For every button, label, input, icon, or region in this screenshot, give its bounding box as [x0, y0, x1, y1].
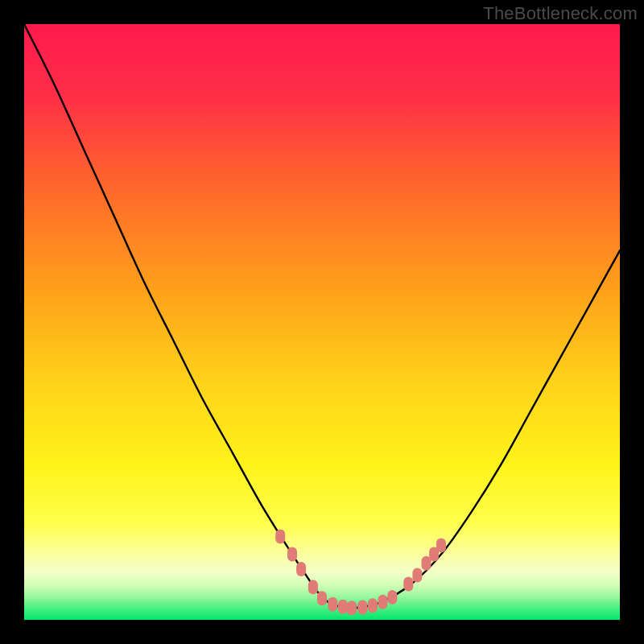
bottleneck-chart-svg — [24, 24, 620, 620]
gradient-background — [24, 24, 620, 620]
curve-marker — [308, 580, 318, 594]
watermark-text: TheBottleneck.com — [483, 3, 638, 24]
curve-marker — [387, 590, 397, 605]
curve-marker — [275, 529, 285, 543]
curve-marker — [317, 591, 327, 605]
curve-marker — [347, 601, 357, 615]
curve-marker — [287, 547, 297, 562]
curve-marker — [338, 600, 348, 614]
curve-marker — [412, 568, 422, 583]
curve-marker — [378, 595, 387, 609]
curve-marker — [328, 597, 337, 612]
curve-marker — [403, 577, 413, 592]
chart-frame: TheBottleneck.com — [0, 0, 644, 644]
curve-marker — [436, 539, 446, 553]
plot-area — [24, 24, 620, 620]
curve-marker — [357, 600, 367, 614]
curve-marker — [368, 598, 378, 613]
curve-marker — [296, 562, 306, 576]
